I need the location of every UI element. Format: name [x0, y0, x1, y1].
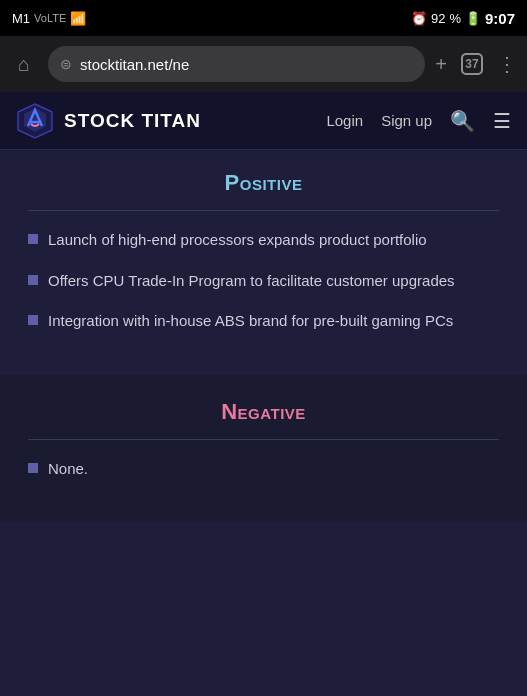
search-icon[interactable]: 🔍: [450, 109, 475, 133]
logo-area: STOCK TITAN: [16, 102, 326, 140]
status-right: ⏰ 92% 🔋 9:07: [411, 10, 515, 27]
positive-bullet-list: Launch of high-end processors expands pr…: [28, 229, 499, 333]
alarm-icon: ⏰: [411, 11, 427, 26]
positive-section: Positive Launch of high-end processors e…: [0, 150, 527, 375]
security-icon: ⊜: [60, 56, 72, 72]
browser-bar: ⌂ ⊜ stocktitan.net/ne + 37 ⋮: [0, 36, 527, 92]
add-tab-button[interactable]: +: [435, 53, 447, 76]
time-display: 9:07: [485, 10, 515, 27]
bullet-icon: [28, 463, 38, 473]
negative-section: Negative None.: [0, 375, 527, 523]
status-left: M1 VoLTE 📶: [12, 11, 86, 26]
bullet-icon: [28, 234, 38, 244]
main-content: Positive Launch of high-end processors e…: [0, 150, 527, 696]
logo-icon: [16, 102, 54, 140]
bullet-text-1: Launch of high-end processors expands pr…: [48, 229, 427, 252]
carrier-text: M1: [12, 11, 30, 26]
negative-title: Negative: [28, 399, 499, 425]
list-item: Offers CPU Trade-In Program to facilitat…: [28, 270, 499, 293]
bullet-icon: [28, 275, 38, 285]
url-bar[interactable]: ⊜ stocktitan.net/ne: [48, 46, 425, 82]
logo-text: STOCK TITAN: [64, 110, 201, 132]
nav-links: Login Sign up 🔍 ☰: [326, 109, 511, 133]
none-text: None.: [48, 458, 88, 481]
home-button[interactable]: ⌂: [10, 53, 38, 76]
bullet-text-2: Offers CPU Trade-In Program to facilitat…: [48, 270, 455, 293]
site-header: STOCK TITAN Login Sign up 🔍 ☰: [0, 92, 527, 150]
bullet-text-3: Integration with in-house ABS brand for …: [48, 310, 453, 333]
url-text: stocktitan.net/ne: [80, 56, 189, 73]
browser-actions: + 37 ⋮: [435, 52, 517, 76]
menu-icon[interactable]: ☰: [493, 109, 511, 133]
list-item: Launch of high-end processors expands pr…: [28, 229, 499, 252]
positive-divider: [28, 210, 499, 211]
list-item: Integration with in-house ABS brand for …: [28, 310, 499, 333]
status-bar: M1 VoLTE 📶 ⏰ 92% 🔋 9:07: [0, 0, 527, 36]
signup-link[interactable]: Sign up: [381, 112, 432, 129]
network-type: VoLTE: [34, 12, 66, 24]
signal-icon: 📶: [70, 11, 86, 26]
home-icon: ⌂: [18, 53, 30, 75]
positive-title: Positive: [28, 170, 499, 196]
negative-none-item: None.: [28, 458, 499, 481]
login-link[interactable]: Login: [326, 112, 363, 129]
more-options-button[interactable]: ⋮: [497, 52, 517, 76]
tabs-count-button[interactable]: 37: [461, 53, 483, 75]
negative-divider: [28, 439, 499, 440]
battery-icon: 🔋: [465, 11, 481, 26]
battery-level: 92: [431, 11, 445, 26]
bullet-icon: [28, 315, 38, 325]
